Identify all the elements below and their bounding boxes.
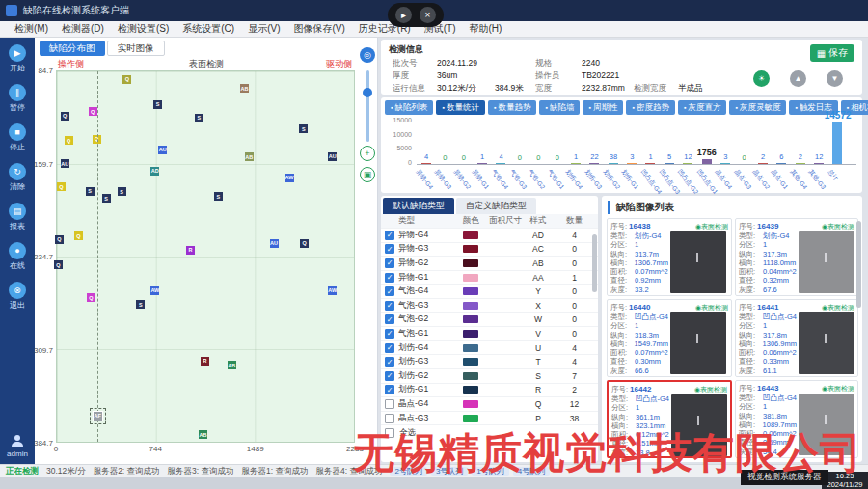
defect-point[interactable]: S [118, 187, 126, 196]
defect-point[interactable]: S [102, 194, 111, 203]
type-checkbox[interactable]: ✓ [385, 343, 394, 353]
defect-point[interactable]: S [299, 124, 308, 133]
locate-button[interactable]: ▣ [360, 167, 375, 182]
menu-item[interactable]: 显示(V) [241, 21, 286, 37]
defect-point[interactable]: AW [328, 286, 337, 295]
menu-item[interactable]: 检测器(D) [55, 21, 111, 37]
sidebar-item-stop[interactable]: ■停止 [9, 123, 26, 152]
defect-point[interactable]: AU [61, 159, 69, 168]
table-row[interactable]: 晶点-G4Q12 [381, 397, 598, 412]
tab-defect-map[interactable]: 缺陷分布图 [40, 41, 105, 56]
table-row[interactable]: ✓异物-G3AC0 [381, 243, 598, 258]
close-icon[interactable]: × [420, 7, 436, 23]
defect-card[interactable]: 序号:16441◉表面检测类型:凹凸点-G4分区:1纵向:317.8m横向:13… [735, 299, 858, 377]
defect-point[interactable]: AB [228, 361, 236, 369]
sidebar-item-exit[interactable]: ⊗退出 [9, 282, 26, 311]
defect-point[interactable]: AU [328, 152, 337, 161]
defect-point[interactable]: Q [54, 260, 63, 269]
type-checkbox[interactable]: ✓ [385, 273, 394, 283]
table-row[interactable]: ✓气泡-G1V0 [381, 327, 598, 341]
defect-point[interactable]: S [86, 187, 95, 196]
defect-card[interactable]: 序号:16438◉表面检测类型:划伤-G4分区:1纵向:313.7m横向:130… [607, 218, 732, 296]
tab-灰度直方[interactable]: 灰度直方 [678, 100, 726, 115]
zoom-in-button[interactable]: + [360, 146, 375, 161]
defect-point[interactable]: Q [74, 231, 83, 240]
scatter-plot[interactable]: QABSQQSSQQAUAUAUABADAWQSSSSQQRAUQQAWAWQS… [56, 70, 355, 443]
fit-view-button[interactable]: ◎ [360, 47, 375, 63]
defect-point[interactable]: AU [158, 146, 167, 154]
table-row[interactable]: ✓气泡-G3X0 [381, 299, 598, 313]
type-checkbox[interactable] [385, 399, 394, 409]
defect-point[interactable]: S [136, 300, 145, 309]
defect-point[interactable]: Q [87, 293, 95, 302]
tab-数量趋势[interactable]: 数量趋势 [488, 100, 536, 115]
type-checkbox[interactable]: ✓ [385, 314, 394, 324]
table-row[interactable]: ✓异物-G4AD4 [381, 229, 598, 243]
defect-point[interactable]: AB [199, 430, 207, 439]
table-row[interactable]: ✓划伤-G2S7 [381, 369, 598, 384]
tab-周期性[interactable]: 周期性 [583, 100, 623, 115]
defects-scrollbar[interactable] [856, 221, 861, 308]
type-checkbox[interactable]: ✓ [385, 244, 394, 254]
tab-default-types[interactable]: 默认缺陷类型 [383, 198, 454, 214]
sidebar-item-clear[interactable]: ↻清除 [9, 163, 26, 192]
sidebar-item-pause[interactable]: ∥暂停 [9, 84, 26, 113]
defect-point[interactable]: AB [245, 152, 254, 161]
defect-point[interactable]: S [153, 100, 162, 109]
type-checkbox[interactable]: ✓ [385, 258, 394, 268]
defect-point[interactable]: AD [150, 167, 159, 176]
type-checkbox[interactable]: ✓ [385, 286, 394, 296]
type-checkbox[interactable]: ✓ [385, 301, 394, 311]
tab-custom-types[interactable]: 自定义缺陷类型 [456, 198, 536, 214]
sidebar-item-play[interactable]: ▶开始 [9, 44, 26, 73]
type-checkbox[interactable]: ✓ [385, 357, 394, 367]
defect-point[interactable]: AF [94, 412, 102, 421]
up-button[interactable]: ▲ [790, 70, 806, 87]
table-row[interactable]: ✓气泡-G4Y0 [381, 285, 598, 299]
sidebar-item-report[interactable]: ▤报表 [9, 203, 26, 231]
sidebar-item-online[interactable]: ●在线 [9, 242, 26, 271]
defect-point[interactable]: Q [57, 182, 66, 191]
table-row[interactable]: 晶点-G3P38 [381, 412, 598, 426]
defect-point[interactable]: Q [61, 112, 69, 121]
defect-point[interactable]: Q [89, 107, 97, 116]
tab-缺陷列表[interactable]: 缺陷列表 [385, 100, 433, 115]
defect-point[interactable]: S [195, 114, 203, 122]
tab-灰度灵敏度[interactable]: 灰度灵敏度 [729, 100, 786, 115]
menu-item[interactable]: 帮助(H) [462, 21, 508, 37]
defect-point[interactable]: AB [240, 84, 249, 93]
menu-item[interactable]: 检测(M) [8, 21, 55, 37]
defect-card[interactable]: 序号:16439◉表面检测类型:划伤-G4分区:1纵向:317.3m横向:111… [735, 218, 858, 296]
defect-point[interactable]: Q [300, 239, 309, 248]
defect-point[interactable]: Q [65, 136, 73, 145]
table-row[interactable]: ✓划伤-G1R2 [381, 384, 598, 398]
table-row[interactable]: ✓划伤-G3T4 [381, 355, 598, 369]
menu-item[interactable]: 检测设置(S) [111, 21, 176, 37]
save-button[interactable]: ▦保存 [810, 44, 854, 62]
tab-live-image[interactable]: 实时图像 [107, 41, 165, 56]
tab-数量统计[interactable]: 数量统计 [436, 100, 484, 115]
zoom-slider-handle[interactable] [363, 88, 372, 97]
defect-point[interactable]: AU [270, 239, 279, 248]
tab-密度趋势[interactable]: 密度趋势 [626, 100, 674, 115]
defect-point[interactable]: Q [55, 235, 64, 244]
sidebar-user[interactable]: admin [7, 433, 28, 458]
table-row[interactable]: ✓划伤-G4U4 [381, 341, 598, 356]
defect-point[interactable]: AW [150, 286, 159, 295]
type-checkbox[interactable]: ✓ [385, 231, 394, 240]
tab-缺陷墙[interactable]: 缺陷墙 [539, 100, 580, 115]
share-icon[interactable]: ▸ [395, 7, 412, 23]
type-checkbox[interactable] [385, 414, 394, 423]
type-checkbox[interactable]: ✓ [385, 385, 394, 394]
types-scrollbar[interactable] [592, 234, 597, 292]
defect-card[interactable]: 序号:16440◉表面检测类型:凹凸点-G4分区:1纵向:318.3m横向:15… [607, 299, 732, 377]
defect-point[interactable]: S [214, 192, 223, 201]
type-checkbox[interactable]: ✓ [385, 329, 394, 339]
defect-point[interactable]: AW [285, 174, 294, 182]
table-row[interactable]: ✓异物-G1AA1 [381, 271, 598, 285]
down-button[interactable]: ▼ [827, 70, 843, 87]
light-button[interactable]: ☀ [753, 70, 770, 87]
menu-item[interactable]: 图像保存(V) [286, 21, 351, 37]
defect-point[interactable]: R [201, 357, 209, 366]
table-row[interactable]: ✓气泡-G2W0 [381, 313, 598, 328]
